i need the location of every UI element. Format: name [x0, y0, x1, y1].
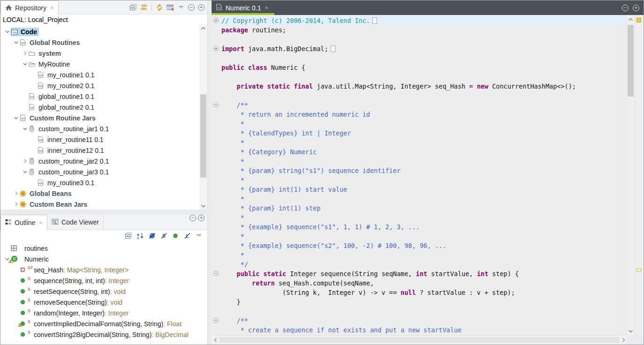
close-icon[interactable]: ×: [265, 4, 268, 11]
scroll-down-icon[interactable]: [627, 328, 635, 335]
tree-item-my-routine1[interactable]: <>my_routine1 0.1: [0, 69, 207, 80]
chevron-down-icon[interactable]: [14, 41, 18, 44]
chevron-right-icon[interactable]: [23, 51, 27, 55]
code-area[interactable]: +// Copyright (c) 2006-2014, Talend Inc.…: [212, 15, 626, 336]
chevron-down-icon[interactable]: [23, 62, 27, 66]
hide-local-types-button[interactable]: L: [182, 231, 192, 240]
outline-item-resetsequence-string-int-[interactable]: SresetSequence(String, int) : void: [0, 286, 207, 297]
tab-repository[interactable]: Repository ×: [0, 0, 59, 15]
maximize-button[interactable]: +: [198, 4, 205, 11]
editor-vertical-scrollbar[interactable]: [626, 15, 635, 336]
outline-item-numeric[interactable]: CNumeric: [0, 254, 207, 264]
method-public-icon: [20, 310, 25, 315]
outline-item-convertimplieddecimalformat-string-strin[interactable]: SconvertImpliedDecimalFormat(String, Str…: [0, 318, 207, 329]
tree-item-code[interactable]: <>Code: [0, 26, 207, 37]
collapse-all-button[interactable]: [129, 3, 138, 12]
scrollbar-thumb[interactable]: [628, 25, 634, 97]
minimize-button[interactable]: −: [622, 5, 629, 11]
view-menu-button[interactable]: [176, 3, 186, 12]
code-line-20: *: [212, 194, 626, 203]
scroll-left-icon[interactable]: [212, 336, 219, 345]
outline-item-convertstring2bigdecimal-string-string-[interactable]: SconvertString2BigDecimal(String, String…: [0, 329, 207, 340]
outline-item-random-integer-integer-[interactable]: Srandom(Integer, Integer) : Integer: [0, 308, 207, 318]
chevron-down-icon[interactable]: [23, 127, 27, 130]
chevron-down-icon[interactable]: [5, 30, 9, 33]
hide-fields-button[interactable]: [147, 231, 157, 240]
code-text: [221, 72, 626, 82]
collapsed-code-marker[interactable]: [372, 17, 377, 24]
tree-item-inner-routine11[interactable]: <>inner_routine11 0.1: [0, 134, 207, 145]
fold-collapsed-icon[interactable]: +: [213, 46, 219, 51]
refresh-button[interactable]: [155, 3, 164, 12]
tab-code-viewer[interactable]: Code Viewer: [47, 215, 104, 230]
table-filter-button[interactable]: [166, 3, 175, 12]
scroll-left-icon[interactable]: [214, 338, 217, 343]
close-icon[interactable]: ×: [39, 219, 43, 226]
hide-static-button[interactable]: S: [159, 231, 168, 240]
fold-expanded-icon[interactable]: −: [213, 102, 219, 107]
tree-item-system[interactable]: system: [0, 48, 207, 59]
chevron-down-icon[interactable]: [23, 170, 27, 173]
scroll-up-icon[interactable]: [627, 16, 635, 23]
tree-item-myroutine[interactable]: MyRoutine: [0, 59, 207, 69]
scroll-up-icon[interactable]: [201, 27, 206, 30]
chevron-right-icon[interactable]: [15, 202, 18, 206]
tree-item-custom-routine-jar3[interactable]: 010custom_routine_jar3 0.1: [0, 166, 207, 177]
code-line-3: [212, 35, 626, 44]
tree-item-inner-routine12[interactable]: <>inner_routine12 0.1: [0, 145, 207, 156]
close-icon[interactable]: ×: [50, 4, 54, 11]
tree-item-global-beans[interactable]: Global Beans: [0, 188, 207, 199]
tab-numeric[interactable]: <> Numeric 0.1 ×: [212, 0, 274, 15]
scrollbar-thumb[interactable]: [220, 337, 619, 343]
code-line-7: [212, 72, 626, 82]
code-line-29: return seq_Hash.compute(seqName,: [212, 278, 626, 288]
scrollbar-thumb[interactable]: [200, 94, 206, 178]
tree-item-global-routine1[interactable]: <>global_routine1 0.1: [0, 91, 207, 102]
tree-item-custom-routine-jar2[interactable]: 010custom_routine_jar2 0.1: [0, 156, 207, 166]
tree-item-global-routine2[interactable]: <>global_routine2 0.1: [0, 102, 207, 112]
scroll-down-icon[interactable]: [628, 330, 633, 333]
fold-collapsed-icon[interactable]: +: [213, 18, 219, 23]
minimize-button[interactable]: −: [188, 4, 195, 11]
maximize-button[interactable]: +: [633, 5, 639, 11]
outline-item-removesequence-string-[interactable]: SremoveSequence(String) : void: [0, 297, 207, 308]
chevron-right-icon[interactable]: [15, 191, 18, 195]
scroll-down-icon[interactable]: [201, 204, 206, 208]
code-text: [221, 91, 626, 100]
tree-item-global-routines[interactable]: <>Global Routines: [0, 37, 207, 48]
editor-horizontal-scrollbar[interactable]: [212, 335, 627, 345]
fold-expanded-icon[interactable]: −: [213, 271, 219, 276]
repository-scrollbar[interactable]: [199, 25, 207, 210]
scroll-up-icon[interactable]: [628, 18, 633, 21]
outline-icon: [5, 219, 12, 226]
scroll-down-icon[interactable]: [199, 202, 207, 210]
chevron-right-icon[interactable]: [23, 159, 27, 163]
svg-text:<>: <>: [39, 138, 43, 142]
swap-arrows-button[interactable]: [139, 3, 149, 12]
method-public-icon: [20, 278, 25, 283]
maximize-button[interactable]: +: [198, 215, 205, 221]
outline-item-seq-hash[interactable]: SFseq_Hash : Map<String, Integer>: [0, 264, 207, 275]
outline-item-routines[interactable]: routines: [0, 243, 207, 254]
tree-item-my-routine2[interactable]: <>my_routine2 0.1: [0, 80, 207, 91]
scroll-right-icon[interactable]: [620, 336, 627, 345]
fold-expanded-icon[interactable]: −: [213, 318, 219, 323]
filter-methods-button[interactable]: [171, 231, 180, 240]
chevron-down-icon[interactable]: [14, 116, 18, 120]
collapsed-code-marker[interactable]: [331, 45, 335, 52]
view-menu-button[interactable]: [194, 231, 204, 240]
tree-item-my-routine3[interactable]: <>my_routine3 0.1: [0, 177, 207, 188]
tree-item-custom-routine-jars[interactable]: <>Custom Routine Jars: [0, 112, 207, 123]
static-modifier-badge: S: [28, 330, 34, 335]
outline-item-sequence-string-int-int-[interactable]: Ssequence(String, int, int) : Integer: [0, 275, 207, 286]
tree-item-custom-bean-jars[interactable]: Custom Bean Jars: [0, 199, 207, 210]
scroll-right-icon[interactable]: [622, 338, 625, 343]
tab-outline[interactable]: Outline ×: [0, 215, 47, 230]
scroll-up-icon[interactable]: [199, 25, 207, 32]
sort-alpha-button[interactable]: az: [136, 231, 145, 240]
repository-panel: Repository × −+ LOCAL: Local_Project <>C…: [0, 0, 208, 210]
tree-item-custom-routine-jar1[interactable]: 010custom_routine_jar1 0.1: [0, 123, 207, 134]
collapse-all-button[interactable]: [124, 231, 133, 240]
outline-item-type: : void: [107, 299, 122, 306]
minimize-button[interactable]: −: [189, 215, 196, 221]
